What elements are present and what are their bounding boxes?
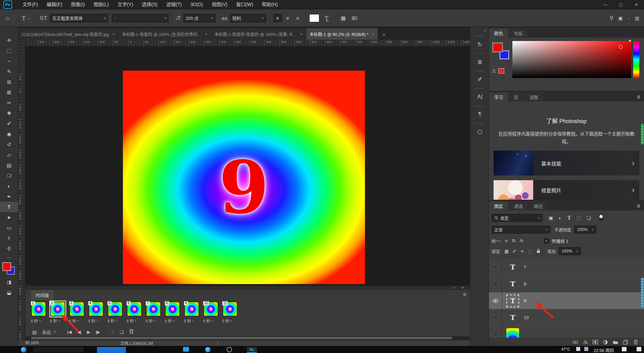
previous-frame-button[interactable]: ◀| <box>77 329 82 335</box>
frame-delay-select[interactable]: 5 秒 ∨ <box>107 318 124 323</box>
align-right-button[interactable]: ≡ <box>293 14 302 23</box>
hue-slider[interactable] <box>633 41 639 78</box>
filter-toggle[interactable] <box>599 214 603 222</box>
zoom-level-field[interactable]: 90.16% <box>18 340 46 346</box>
duplicate-frame-button[interactable]: ❏ <box>120 329 124 335</box>
timeline-frame[interactable]: 9 2 5 秒 ∨ <box>50 301 67 323</box>
timeline-frame[interactable]: 9 11 5 秒 ∨ <box>222 301 239 323</box>
frame-delay-select[interactable]: 5 秒 ∨ <box>88 318 105 323</box>
eraser-tool[interactable]: ▱ <box>0 150 18 160</box>
tab-close-icon[interactable]: × <box>112 32 115 37</box>
layer-row[interactable]: T 7 <box>489 259 644 276</box>
menu-item[interactable]: 图像(I) <box>67 0 89 9</box>
tray-icon[interactable] <box>584 347 588 351</box>
foreground-color-swatch[interactable] <box>492 42 503 52</box>
timeline-drag-bar[interactable]: « ✕ <box>26 286 470 290</box>
quick-selection-tool[interactable]: ✎ <box>0 66 18 77</box>
first-frame-button[interactable]: |◀ <box>67 329 72 335</box>
color-picker-cursor[interactable] <box>619 45 623 49</box>
lock-artboard-icon[interactable]: ⬚ <box>528 249 532 254</box>
eyedropper-tool[interactable]: ✑ <box>0 97 18 108</box>
notification-icon[interactable] <box>637 347 641 351</box>
document-tab[interactable]: 未标题-1 @ 90.2% (9, RGB/8) * × <box>306 28 378 40</box>
collapse-dock-icon[interactable]: « <box>470 27 489 34</box>
link-layers-icon[interactable] <box>570 339 580 346</box>
layer-row[interactable]: T 8 <box>489 276 644 292</box>
frame-delay-select[interactable]: 5 秒 ∨ <box>184 318 201 323</box>
panel-menu-icon[interactable]: ≣ <box>637 94 644 102</box>
panel-dock-icon[interactable]: ▥ <box>635 15 639 21</box>
pen-tool[interactable]: ✒ <box>0 191 18 202</box>
edit-toolbar-icon[interactable]: ⋯ <box>0 254 18 261</box>
font-style-select[interactable]: - ∨ <box>112 14 169 23</box>
timeline-menu-icon[interactable]: ≣ <box>463 292 467 297</box>
minimize-button[interactable]: — <box>598 0 613 9</box>
new-group-icon[interactable] <box>610 339 620 346</box>
eye-icon[interactable] <box>492 299 499 303</box>
brush-tool[interactable]: ✐ <box>0 118 18 129</box>
clone-stamp-tool[interactable]: ◉ <box>0 129 18 139</box>
frame-delay-select[interactable]: 5 秒 ∨ <box>222 318 239 323</box>
mail-app-icon[interactable] <box>183 347 189 352</box>
panel-tab[interactable]: 库 <box>509 92 524 102</box>
zoom-tool[interactable]: ⚲ <box>0 243 18 254</box>
lock-pixels-icon[interactable]: ✐ <box>513 249 516 254</box>
paragraph-panel-icon[interactable]: ¶ <box>470 106 489 121</box>
learn-card-basic-skills[interactable]: 基本技能 › <box>494 151 639 175</box>
frame-tool[interactable]: ⊠ <box>0 87 18 97</box>
clock[interactable]: 22:58 周四 <box>594 347 614 353</box>
layer-thumbnail[interactable]: T <box>506 295 519 307</box>
tween-button[interactable]: ⟍ <box>111 329 114 335</box>
timeline-frame[interactable]: 9 4 5 秒 ∨ <box>88 301 105 323</box>
history-panel-icon[interactable]: ↻ <box>470 36 489 51</box>
search-icon[interactable]: ⚲ <box>609 15 613 21</box>
menu-item[interactable]: 窗口(W) <box>232 0 258 9</box>
layer-name[interactable]: 9 <box>524 298 526 303</box>
text-orientation-icon[interactable]: ⇅T <box>40 15 50 21</box>
screen-mode-icon[interactable]: ⬓ <box>0 287 18 298</box>
layer-filter-select[interactable]: 类型 ∨ <box>492 214 543 222</box>
dodge-tool[interactable]: ◐ <box>0 181 18 191</box>
fill-field[interactable]: 100% ∨ <box>559 247 581 255</box>
delete-layer-icon[interactable] <box>631 339 641 346</box>
unify-position-icon[interactable]: ✛ <box>504 238 508 243</box>
canvas[interactable]: 9 <box>123 71 365 284</box>
filter-type-icon[interactable]: T <box>567 215 571 221</box>
play-button[interactable]: ▶ <box>87 329 90 335</box>
delete-frame-button[interactable] <box>129 329 134 335</box>
panel-tab[interactable]: 图层 <box>489 201 509 210</box>
scrollbar-thumb[interactable] <box>31 337 452 339</box>
document-tab[interactable]: 未标题-1-恢复的-恢复的 @ 100% (背景, R… × <box>211 28 306 40</box>
browser-icon[interactable] <box>21 347 27 353</box>
tray-icon[interactable] <box>576 347 580 351</box>
chevron-down-icon[interactable]: ⌄ <box>627 16 630 20</box>
frame-delay-select[interactable]: 5 秒 ∨ <box>69 318 86 323</box>
panel-tab[interactable]: 色板 <box>509 29 528 38</box>
layer-name[interactable]: 10 <box>524 315 529 320</box>
frame-delay-select[interactable]: 5 秒 ∨ <box>203 318 220 323</box>
temperature-indicator[interactable]: 47°C <box>561 347 570 352</box>
lock-position-icon[interactable]: ✛ <box>520 249 524 254</box>
color-swatches[interactable] <box>0 261 18 277</box>
browser-app-icon[interactable] <box>205 347 211 352</box>
lock-all-icon[interactable] <box>536 248 541 254</box>
lock-transparency-icon[interactable]: ▦ <box>504 249 508 254</box>
chevron-down-icon[interactable]: ⌄ <box>26 16 32 20</box>
layer-visibility-toggle[interactable] <box>489 259 502 276</box>
taskbar-highlighted-button[interactable] <box>97 347 126 353</box>
menu-item[interactable]: 文字(Y) <box>113 0 138 9</box>
convert-animation-icon[interactable]: ▤ <box>32 329 37 335</box>
quick-mask-icon[interactable]: ◨ <box>0 277 18 287</box>
visibility-checkbox[interactable] <box>493 281 498 286</box>
timeline-tab[interactable]: 时间轴 <box>31 290 53 300</box>
panel-tab[interactable]: 通道 <box>509 201 528 210</box>
menu-item[interactable]: 图层(L) <box>89 0 113 9</box>
panel-menu-icon[interactable]: ≣ <box>637 203 644 210</box>
filter-adjustment-icon[interactable]: ◐ <box>559 215 561 221</box>
anti-alias-select[interactable]: 锐利 ∨ <box>230 14 266 23</box>
marquee-tool[interactable]: ⬚ <box>0 45 18 56</box>
workspace-icon[interactable]: ▣ <box>618 15 623 21</box>
input-method-icon[interactable] <box>622 347 627 351</box>
tab-close-icon[interactable]: × <box>372 32 374 37</box>
unify-style-icon[interactable]: fx <box>519 238 523 243</box>
